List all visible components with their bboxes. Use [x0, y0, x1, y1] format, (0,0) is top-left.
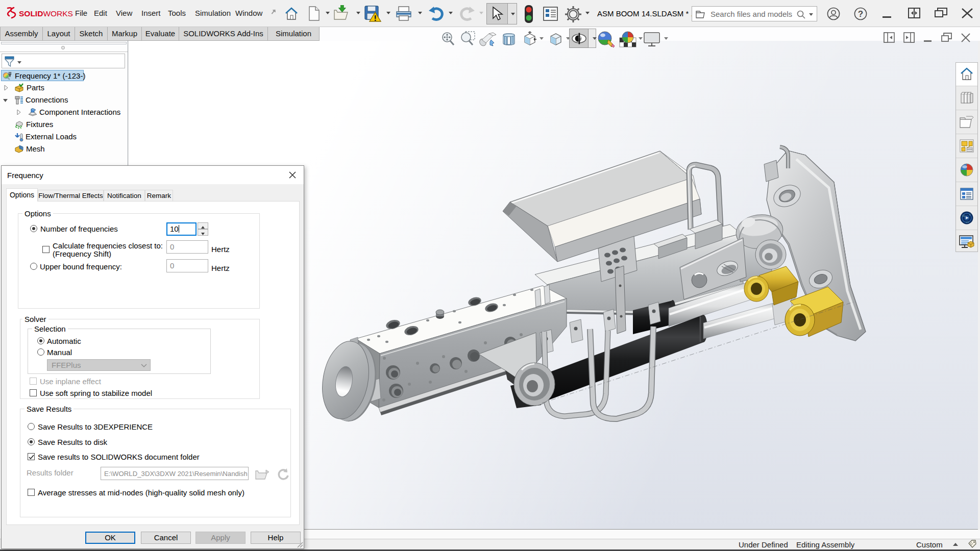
svg-text:V,R: V,R [966, 221, 969, 223]
svg-text:?: ? [858, 9, 863, 19]
svg-text:F: F [969, 214, 971, 216]
svg-text:SOLIDWORKS: SOLIDWORKS [19, 9, 73, 18]
svg-text:3D: 3D [962, 215, 966, 217]
